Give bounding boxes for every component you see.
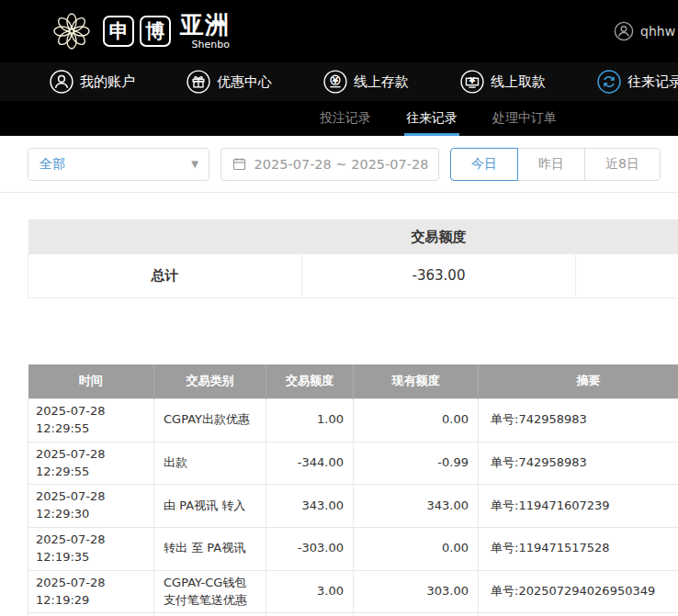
nav-item-label: 我的账户	[80, 73, 135, 91]
summary-header-row: 交易额度	[28, 219, 678, 254]
table-row: 2025-07-28 12:29:55CGPAY出款优惠1.000.00单号:7…	[28, 399, 678, 442]
brand-region: 亚洲 Shenbo	[180, 13, 230, 50]
cell-amount: 1.00	[266, 399, 354, 442]
tab-processing-orders[interactable]: 处理中订单	[491, 101, 559, 136]
cell-summary: 单号:742958983	[479, 399, 678, 442]
table-row: 2025-07-28 12:29:55出款-344.00-0.99单号:7429…	[28, 442, 678, 485]
column-header-1: 交易类别	[154, 364, 266, 399]
quick-range-group: 今日 昨日 近8日	[450, 148, 661, 181]
column-header-4: 摘要	[479, 364, 678, 399]
brand-char-shen: 申	[103, 16, 134, 47]
user-icon	[50, 70, 73, 94]
table-row: 2025-07-28 12:19:35转出 至 PA视讯-303.000.00单…	[28, 528, 678, 571]
nav-item-promotions[interactable]: 优惠中心	[186, 70, 272, 94]
brand-subtitle: Shenbo	[192, 39, 230, 50]
quick-range-last8days-button[interactable]: 近8日	[584, 148, 661, 181]
account-username: qhhw	[640, 24, 675, 39]
cell-amount: 343.00	[266, 485, 354, 528]
nav-item-label: 优惠中心	[217, 73, 272, 91]
brand-name-boxes: 申 博	[103, 16, 171, 47]
cell-balance: 0.00	[354, 528, 479, 571]
column-header-3: 现有额度	[354, 364, 479, 399]
nav-item-records[interactable]: 往来记录	[597, 70, 678, 94]
summary-total-amount: -363.00	[302, 254, 576, 297]
cell-type: CGPAY出款优惠	[154, 399, 266, 442]
transactions-tbody: 2025-07-28 12:29:55CGPAY出款优惠1.000.00单号:7…	[28, 399, 678, 616]
cell-amount: -303.00	[266, 528, 354, 571]
svg-text:¥: ¥	[333, 75, 339, 85]
table-row: 2025-07-28 12:19:29CGPAY-CG钱包支付笔笔送优惠3.00…	[28, 570, 678, 613]
tab-transaction-records[interactable]: 往来记录	[404, 101, 459, 136]
account-user-icon	[614, 21, 634, 41]
date-range-value: 2025-07-28 ~ 2025-07-28	[254, 157, 429, 172]
nav-item-withdraw[interactable]: ¥ 线上取款	[460, 70, 546, 94]
summary-total-label: 总计	[28, 254, 302, 297]
brand-logo[interactable]: 申 博 亚洲 Shenbo	[50, 9, 230, 53]
summary-header-empty	[576, 219, 678, 254]
cell-balance: 303.00	[354, 570, 479, 613]
withdraw-icon: ¥	[460, 70, 484, 94]
summary-table: 交易额度 总计 -363.00	[28, 219, 678, 298]
nav-item-label: 往来记录	[627, 73, 678, 91]
sub-tabs: 投注记录 往来记录 处理中订单	[198, 101, 678, 136]
cell-balance: 0.00	[354, 399, 479, 442]
cell-balance: 343.00	[354, 485, 479, 528]
cell-summary: 单号:202507294026950349	[479, 570, 678, 613]
main-nav: 我的账户 优惠中心 ¥ 线上存款	[0, 62, 678, 101]
cell-time: 2025-07-28 12:29:55	[28, 399, 154, 442]
nav-item-deposit[interactable]: ¥ 线上存款	[323, 70, 409, 94]
account-menu[interactable]: qhhw	[614, 0, 675, 62]
chevron-down-icon: ▼	[191, 159, 198, 169]
category-selected-value: 全部	[40, 156, 65, 173]
cell-type: 由 PA视讯 转入	[154, 485, 266, 528]
cell-summary: 单号:742958983	[479, 442, 678, 485]
quick-range-today-button[interactable]: 今日	[450, 148, 518, 181]
cell-summary: 单号:119471607239	[479, 485, 678, 528]
summary-empty-cell	[576, 254, 678, 297]
cell-summary: 单号:119471517528	[479, 528, 678, 571]
nav-item-my-account[interactable]: 我的账户	[50, 70, 135, 94]
cell-amount: -344.00	[266, 442, 354, 485]
nav-item-label: 线上存款	[354, 73, 409, 91]
brand-char-bo: 博	[140, 16, 171, 47]
deposit-icon: ¥	[323, 70, 347, 94]
summary-total-row: 总计 -363.00	[28, 254, 678, 297]
date-range-picker[interactable]: 2025-07-28 ~ 2025-07-28	[220, 148, 439, 181]
cell-type: 转出 至 PA视讯	[154, 528, 266, 571]
cell-balance: -0.99	[354, 442, 479, 485]
lotus-flower-icon	[50, 9, 94, 53]
summary-header-empty	[28, 219, 302, 254]
sub-tab-bar: 投注记录 往来记录 处理中订单	[0, 101, 678, 136]
top-brand-bar: 申 博 亚洲 Shenbo qhhw	[0, 0, 678, 62]
quick-range-yesterday-button[interactable]: 昨日	[517, 148, 585, 181]
category-select[interactable]: 全部 ▼	[28, 148, 209, 181]
records-icon	[597, 70, 621, 94]
transactions-header-row: 时间交易类别交易额度现有额度摘要	[28, 364, 678, 399]
cell-amount: 3.00	[266, 570, 354, 613]
brand-region-text: 亚洲	[180, 13, 230, 37]
cell-time: 2025-07-28 12:29:55	[28, 442, 154, 485]
cell-time: 2025-07-28 12:19:29	[28, 570, 154, 613]
column-header-2: 交易额度	[266, 364, 354, 399]
cell-time: 2025-07-28 12:29:30	[28, 485, 154, 528]
filter-bar: 全部 ▼ 2025-07-28 ~ 2025-07-28 今日 昨日 近8日	[0, 136, 678, 193]
nav-item-label: 线上取款	[491, 73, 546, 91]
tab-betting-records[interactable]: 投注记录	[318, 101, 373, 136]
cell-type: CGPAY-CG钱包支付笔笔送优惠	[154, 570, 266, 613]
calendar-icon	[232, 156, 247, 172]
table-row: 2025-07-28 12:29:30由 PA视讯 转入343.00343.00…	[28, 485, 678, 528]
svg-text:¥: ¥	[469, 75, 476, 85]
column-header-0: 时间	[28, 364, 154, 399]
transactions-table: 时间交易类别交易额度现有额度摘要 2025-07-28 12:29:55CGPA…	[28, 364, 678, 616]
cell-type: 出款	[154, 442, 266, 485]
cell-time: 2025-07-28 12:19:35	[28, 528, 154, 571]
gift-icon	[186, 70, 210, 94]
summary-header-amount: 交易额度	[302, 219, 576, 254]
